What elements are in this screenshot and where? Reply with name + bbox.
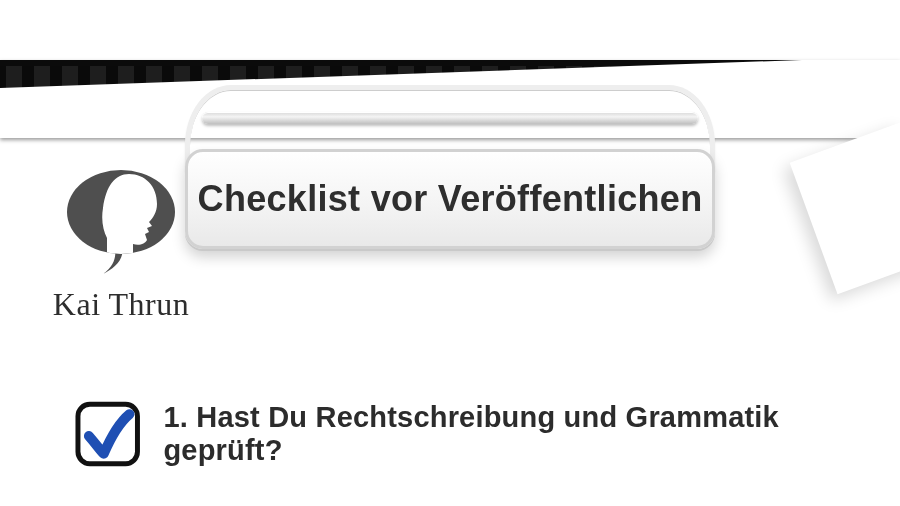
clipboard-clip: Checklist vor Veröffentlichen [185,85,715,260]
document-stage: Kai Thrun Checklist vor Veröffentlichen … [0,0,900,506]
page-title: Checklist vor Veröffentlichen [198,178,703,220]
checklist-item-label: 1. Hast Du Rechtschreibung und Grammatik… [163,401,900,467]
brand-logo: Kai Thrun [36,168,206,323]
brand-name: Kai Thrun [36,286,206,323]
checklist-item: 1. Hast Du Rechtschreibung und Grammatik… [74,400,900,468]
checkbox-checked[interactable] [74,400,141,468]
speech-bubble-profile-icon [59,168,183,276]
clip-plate: Checklist vor Veröffentlichen [185,149,715,249]
paper-dogear [790,122,900,295]
